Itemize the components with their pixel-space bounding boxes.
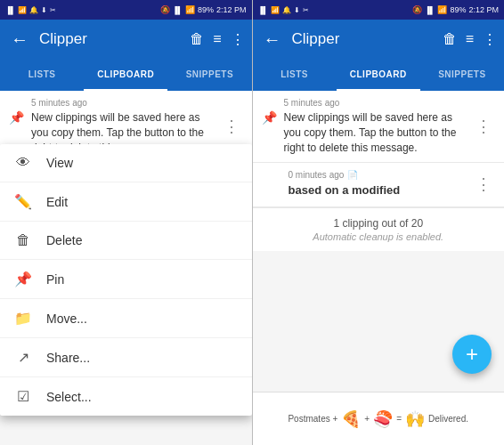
clip-text-2-right: based on a modified: [289, 182, 473, 198]
pin-label: Pin: [46, 272, 64, 287]
status-battery-pct: 89%: [198, 5, 214, 14]
select-label: Select...: [46, 390, 92, 404]
view-label: View: [46, 156, 73, 170]
toolbar-icons-left: 🗑 ≡ ⋮: [190, 31, 244, 48]
more-icon-left[interactable]: ⋮: [231, 31, 245, 48]
clip-cleanup-text: Automatic cleanup is enabled.: [265, 231, 492, 242]
context-move[interactable]: 📁 Move...: [0, 299, 252, 338]
share-label: Share...: [46, 351, 90, 365]
filter-icon-right[interactable]: ≡: [466, 31, 474, 47]
clip-time-1-left: 5 minutes ago: [31, 98, 87, 108]
move-icon: 📁: [14, 310, 32, 327]
left-panel: ▐▌ 📶 🔔 ⬇ ✂ 🔕 ▐▌ 📶 89% 2:12 PM ← Clipper …: [0, 0, 252, 445]
app-title-left: Clipper: [39, 30, 183, 48]
context-delete[interactable]: 🗑 Delete: [0, 222, 252, 260]
status-icon-notify: 🔔: [29, 6, 38, 14]
clip-content-1-right: 5 minutes ago New clippings will be save…: [284, 98, 473, 155]
tabs-left: LISTS CLIPBOARD SNIPPETS: [0, 59, 252, 91]
status-time-right: 2:12 PM: [468, 5, 499, 14]
context-pin[interactable]: 📌 Pin: [0, 260, 252, 299]
more-icon-right[interactable]: ⋮: [483, 31, 497, 48]
clip-doc-icon-right: 📄: [347, 170, 358, 180]
clip-info-right: 1 clipping out of 20 Automatic cleanup i…: [253, 207, 505, 251]
edit-label: Edit: [46, 195, 68, 209]
status-bar-right: ▐▌ 📶 🔔 ⬇ ✂ 🔕 ▐▌ 📶 89% 2:12 PM: [253, 0, 505, 20]
context-edit[interactable]: ✏️ Edit: [0, 182, 252, 222]
pin-icon-1-left: 📌: [9, 110, 24, 125]
status-icon-signal: ▐▌: [5, 6, 15, 14]
toolbar-left: ← Clipper 🗑 ≡ ⋮: [0, 20, 252, 59]
delete-context-icon: 🗑: [14, 232, 32, 248]
move-label: Move...: [46, 312, 87, 326]
delete-icon-right[interactable]: 🗑: [443, 31, 457, 47]
status-wifi-icon: 📶: [185, 5, 195, 14]
status-bar-left: ▐▌ 📶 🔔 ⬇ ✂ 🔕 ▐▌ 📶 89% 2:12 PM: [0, 0, 252, 20]
pin-context-icon: 📌: [14, 271, 32, 287]
ad-plus: +: [364, 414, 370, 424]
delete-icon-left[interactable]: 🗑: [190, 31, 204, 47]
clip-more-btn-1-right[interactable]: ⋮: [472, 115, 495, 138]
clip-item-2-right: 0 minutes ago 📄 based on a modified ⋮: [253, 163, 505, 206]
fab-button-right[interactable]: +: [452, 335, 492, 374]
tab-snippets-left[interactable]: SNIPPETS: [167, 59, 251, 91]
view-icon: 👁: [14, 155, 32, 171]
delete-label: Delete: [46, 233, 82, 247]
select-icon: ☑: [14, 388, 32, 405]
context-select[interactable]: ☑ Select...: [0, 377, 252, 416]
edit-icon: ✏️: [14, 193, 32, 210]
ad-emoji-2: 🍣: [373, 409, 393, 429]
clip-meta-1-right: 5 minutes ago: [284, 98, 473, 108]
back-button-right[interactable]: ←: [260, 29, 285, 50]
ad-emoji-1: 🍕: [341, 409, 361, 429]
tab-snippets-right[interactable]: SNIPPETS: [420, 59, 504, 91]
status-signal-icon: ▐▌: [173, 6, 183, 14]
status-icon-clip: ✂: [50, 6, 56, 14]
status-icon-notify-right: 🔔: [282, 6, 291, 14]
status-signal-icon-right: ▐▌: [425, 6, 435, 14]
ad-emoji-3: 🙌: [405, 409, 425, 429]
clip-count-text: 1 clipping out of 20: [265, 217, 492, 230]
status-mute-icon-right: 🔕: [412, 5, 422, 14]
filter-icon-left[interactable]: ≡: [213, 31, 221, 47]
back-button-left[interactable]: ←: [7, 29, 32, 50]
context-view[interactable]: 👁 View: [0, 144, 252, 182]
clip-content-2-right: 0 minutes ago 📄 based on a modified: [289, 170, 473, 198]
status-left-icons: ▐▌ 📶 🔔 ⬇ ✂: [5, 6, 56, 14]
status-left-icons-right: ▐▌ 📶 🔔 ⬇ ✂: [258, 6, 309, 14]
status-icon-clip-right: ✂: [303, 6, 309, 14]
pin-icon-1-right: 📌: [262, 110, 277, 125]
status-mute-icon: 🔕: [160, 5, 170, 14]
tab-lists-right[interactable]: LISTS: [253, 59, 337, 91]
status-icon-dl: ⬇: [41, 6, 47, 14]
status-right-info: 🔕 ▐▌ 📶 89% 2:12 PM: [160, 5, 247, 14]
tab-clipboard-left[interactable]: CLIPBOARD: [84, 59, 167, 91]
ad-banner-right: Postmates + 🍕 + 🍣 = 🙌 Delivered.: [253, 392, 505, 445]
status-time: 2:12 PM: [216, 5, 247, 14]
app-title-right: Clipper: [292, 30, 435, 48]
status-wifi-icon-right: 📶: [437, 5, 447, 14]
toolbar-right: ← Clipper 🗑 ≡ ⋮: [253, 20, 505, 59]
status-icon-dl-right: ⬇: [294, 6, 300, 14]
share-icon: ↗: [14, 349, 32, 366]
ad-equals: =: [396, 414, 402, 424]
ad-tag: Delivered.: [428, 414, 468, 424]
clip-text-1-right: New clippings will be saved here as you …: [284, 110, 473, 155]
clip-meta-1-left: 5 minutes ago: [31, 98, 220, 108]
context-share[interactable]: ↗ Share...: [0, 338, 252, 377]
ad-text: Postmates +: [288, 414, 337, 424]
clip-more-btn-2-right[interactable]: ⋮: [472, 173, 495, 196]
clip-more-btn-1-left[interactable]: ⋮: [220, 115, 243, 138]
tab-lists-left[interactable]: LISTS: [0, 59, 84, 91]
tab-clipboard-right[interactable]: CLIPBOARD: [337, 59, 420, 91]
status-icon-wifi-right: 📶: [271, 6, 280, 14]
toolbar-icons-right: 🗑 ≡ ⋮: [443, 31, 497, 48]
tabs-right: LISTS CLIPBOARD SNIPPETS: [253, 59, 505, 91]
status-right-info-right: 🔕 ▐▌ 📶 89% 2:12 PM: [412, 5, 499, 14]
right-panel: ▐▌ 📶 🔔 ⬇ ✂ 🔕 ▐▌ 📶 89% 2:12 PM ← Clipper …: [253, 0, 505, 445]
status-battery-pct-right: 89%: [450, 5, 466, 14]
clip-time-1-right: 5 minutes ago: [284, 98, 340, 108]
clip-item-1-right: 📌 5 minutes ago New clippings will be sa…: [253, 91, 505, 163]
status-icon-wifi: 📶: [18, 6, 27, 14]
clip-meta-2-right: 0 minutes ago 📄: [289, 170, 473, 180]
status-icon-signal-right: ▐▌: [258, 6, 268, 14]
